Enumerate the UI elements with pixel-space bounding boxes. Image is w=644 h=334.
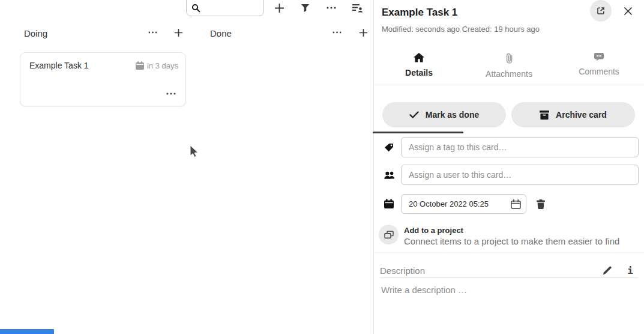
paperclip-icon	[506, 53, 513, 64]
archive-card-label: Archive card	[556, 110, 607, 120]
search-input[interactable]	[203, 2, 258, 13]
ellipsis-icon	[327, 7, 336, 9]
add-to-project-subtitle: Connect items to a project to make them …	[404, 236, 619, 246]
cursor-pointer-icon	[190, 145, 199, 159]
external-link-icon	[596, 6, 606, 16]
card-title: Example Task 1	[29, 61, 136, 70]
comment-icon	[594, 53, 604, 61]
board-menu-button[interactable]	[323, 0, 340, 16]
project-icon	[379, 225, 399, 244]
users-icon	[384, 171, 395, 179]
ellipsis-icon	[333, 31, 342, 34]
tab-comments-label: Comments	[579, 67, 619, 76]
tab-attachments[interactable]: Attachments	[464, 48, 554, 85]
column-title-doing: Doing	[24, 28, 47, 38]
mark-as-done-button[interactable]: Mark as done	[382, 102, 506, 127]
mark-as-done-label: Mark as done	[426, 110, 479, 120]
archive-card-button[interactable]: Archive card	[511, 102, 635, 127]
ellipsis-icon	[166, 93, 176, 95]
description-divider	[380, 278, 638, 278]
card-due-badge: in 3 days	[136, 61, 178, 70]
filter-button[interactable]	[296, 0, 313, 16]
archive-icon	[540, 111, 549, 120]
tab-details-label: Details	[405, 68, 433, 77]
plus-icon	[174, 28, 183, 37]
card-menu-button[interactable]	[164, 88, 178, 100]
open-in-window-button[interactable]	[590, 0, 612, 22]
description-header: Description i	[380, 263, 638, 278]
app-window: Doing Done Example Task 1	[0, 0, 644, 334]
detail-title: Example Task 1	[382, 7, 457, 19]
date-picker-button[interactable]	[510, 198, 522, 210]
tag-icon	[384, 143, 394, 153]
add-to-project-row[interactable]: Add to a project Connect items to a proj…	[379, 225, 637, 246]
section-separator	[374, 252, 644, 253]
assignee-filter-button[interactable]	[349, 0, 366, 16]
tab-comments[interactable]: Comments	[554, 48, 644, 85]
plus-icon	[274, 3, 284, 13]
detail-meta: Modified: seconds ago Created: 19 hours …	[382, 25, 540, 34]
assignee-list-icon	[352, 4, 363, 13]
calendar-outline-icon	[511, 199, 521, 209]
tab-attachments-label: Attachments	[486, 69, 532, 79]
column-done-menu-button[interactable]	[329, 25, 345, 40]
due-date-input[interactable]	[409, 199, 510, 208]
tab-details[interactable]: Details	[374, 48, 464, 85]
column-title-done: Done	[210, 28, 232, 38]
column-done-add-button[interactable]	[355, 25, 371, 40]
card-detail-panel: Example Task 1 Modified: seconds ago Cre…	[374, 0, 644, 334]
add-to-project-title: Add to a project	[404, 226, 619, 235]
bottom-accent-bar	[0, 329, 54, 334]
calendar-icon	[384, 199, 394, 208]
info-icon[interactable]: i	[622, 264, 638, 277]
add-card-button[interactable]	[271, 0, 287, 16]
plus-icon	[359, 28, 368, 37]
due-date-field[interactable]	[401, 194, 526, 214]
ellipsis-icon	[148, 31, 157, 34]
column-doing-menu-button[interactable]	[145, 25, 160, 40]
kanban-board-panel: Doing Done Example Task 1	[0, 0, 374, 334]
assign-user-input[interactable]	[401, 165, 639, 185]
edit-description-button[interactable]	[600, 264, 615, 277]
description-label: Description	[380, 266, 600, 276]
card-due-text: in 3 days	[147, 61, 178, 70]
active-tab-underline	[373, 132, 463, 133]
search-field[interactable]	[186, 0, 264, 16]
remove-due-date-button[interactable]	[534, 197, 548, 211]
home-icon	[414, 53, 424, 62]
detail-tabs: Details Attachments Comments	[374, 48, 644, 85]
kanban-card[interactable]: Example Task 1 in 3 days	[20, 52, 186, 106]
filter-funnel-icon	[301, 4, 310, 13]
assign-tag-input[interactable]	[401, 137, 639, 157]
trash-icon	[537, 199, 545, 209]
description-placeholder[interactable]: Write a description …	[381, 285, 467, 295]
close-icon[interactable]	[622, 5, 634, 17]
calendar-icon	[136, 61, 144, 70]
check-icon	[409, 111, 419, 118]
pencil-icon	[603, 266, 612, 275]
search-icon	[191, 4, 200, 13]
column-doing-add-button[interactable]	[170, 25, 186, 40]
